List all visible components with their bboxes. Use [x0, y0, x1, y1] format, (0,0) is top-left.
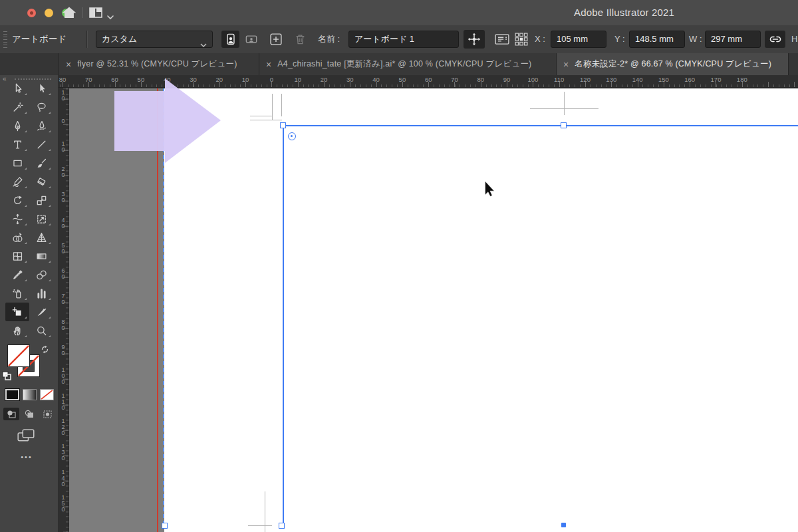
ruler-label: 170: [711, 76, 722, 83]
gradient-button[interactable]: [23, 389, 37, 400]
selection-handle[interactable]: [280, 122, 286, 128]
ruler-label: 2 0: [60, 166, 66, 178]
chevron-down-icon: [200, 37, 207, 42]
move-artwork-with-artboard-button[interactable]: [464, 30, 485, 49]
edit-toolbar-icon[interactable]: •••: [0, 453, 53, 461]
ruler-label: 140: [632, 76, 643, 83]
new-artboard-button[interactable]: [269, 32, 283, 47]
home-icon[interactable]: [61, 6, 77, 19]
paintbrush-tool[interactable]: [29, 154, 53, 172]
swap-fill-stroke-icon[interactable]: [41, 344, 49, 353]
rotate-tool[interactable]: [5, 191, 29, 209]
preset-dropdown[interactable]: カスタム: [96, 31, 213, 48]
anchor-point[interactable]: [561, 523, 566, 527]
direct-selection-tool[interactable]: [29, 79, 53, 98]
workspace-switcher-icon[interactable]: [89, 7, 102, 18]
selection-handle[interactable]: [561, 122, 567, 128]
vertical-ruler[interactable]: 1 001 02 03 04 05 06 07 08 09 01 0 01 1 …: [59, 88, 69, 532]
drawing-mode-buttons: [3, 408, 55, 420]
panel-grip[interactable]: [3, 31, 7, 48]
link-dimensions-icon[interactable]: [765, 31, 785, 48]
ruler-ticks: [63, 88, 68, 532]
h-label: H: [791, 25, 797, 53]
curvature-tool[interactable]: [29, 116, 53, 135]
ruler-label: 160: [684, 76, 695, 83]
selection-handle[interactable]: [279, 523, 285, 529]
x-position-value: 105 mm: [557, 34, 588, 44]
ruler-label: 4 0: [60, 217, 66, 229]
ruler-label: 100: [527, 76, 538, 83]
mesh-tool[interactable]: [5, 247, 29, 265]
line-segment-tool[interactable]: [29, 135, 53, 154]
artboard-options-bar: アートボード カスタム 名前 : アートボード 1 X : 105 mm Y :…: [0, 25, 798, 54]
ruler-label: 1 1 0: [60, 392, 66, 410]
tab-close-icon[interactable]: ×: [266, 60, 271, 69]
width-input[interactable]: 297 mm: [705, 31, 761, 48]
ruler-label: 0: [270, 76, 273, 83]
default-fill-stroke-icon[interactable]: [2, 371, 11, 380]
document-tab[interactable]: × A4_chirashi_tate [更新済み].ai* @ 100 % (C…: [259, 53, 557, 75]
shaper-tool[interactable]: [5, 172, 29, 191]
selection-edge-top[interactable]: [283, 125, 798, 126]
reference-point-grid-icon[interactable]: [515, 33, 528, 46]
ruler-label: 9 0: [60, 344, 66, 356]
delete-artboard-button[interactable]: [293, 32, 307, 47]
change-screen-mode-icon[interactable]: [17, 429, 35, 442]
symbol-sprayer-tool[interactable]: [5, 284, 29, 303]
zoom-tool[interactable]: [29, 321, 53, 340]
type-tool[interactable]: [5, 135, 29, 154]
scale-tool[interactable]: [29, 191, 53, 209]
selection-tool[interactable]: [5, 79, 29, 98]
color-button[interactable]: [5, 389, 19, 400]
document-tab-active[interactable]: × 名称未設定-2* @ 66.67 % (CMYK/CPU プレビュー): [557, 53, 789, 75]
blend-tool[interactable]: [29, 265, 53, 284]
magic-wand-tool[interactable]: [5, 98, 29, 116]
draw-normal-mode-button[interactable]: [3, 408, 19, 420]
ruler-label: 70: [85, 76, 92, 83]
rectangle-tool[interactable]: [5, 154, 29, 172]
close-window-button[interactable]: [27, 9, 36, 17]
selection-handle[interactable]: [162, 523, 168, 529]
document-tab-bar: × flyer @ 52.31 % (CMYK/CPU プレビュー) × A4_…: [0, 53, 798, 76]
portrait-orientation-button[interactable]: [221, 31, 239, 48]
fill-swatch-none[interactable]: [7, 344, 30, 367]
column-graph-tool[interactable]: [29, 284, 53, 303]
trim-mark: [530, 108, 598, 109]
draw-inside-mode-button[interactable]: [39, 408, 55, 420]
eyedropper-tool[interactable]: [5, 265, 29, 284]
lasso-tool[interactable]: [29, 98, 53, 116]
ruler-label: 5 0: [60, 243, 66, 255]
divider: [86, 31, 88, 48]
ruler-label: 30: [346, 76, 354, 83]
document-tab[interactable]: × flyer @ 52.31 % (CMYK/CPU プレビュー): [59, 53, 259, 75]
y-position-input[interactable]: 148.5 mm: [629, 31, 685, 48]
draw-behind-mode-button[interactable]: [21, 408, 37, 420]
tab-close-icon[interactable]: ×: [563, 60, 569, 69]
x-position-input[interactable]: 105 mm: [551, 31, 606, 48]
landscape-orientation-button[interactable]: [242, 31, 260, 48]
gradient-tool[interactable]: [29, 247, 53, 265]
pen-tool[interactable]: [5, 116, 29, 135]
artboard-tool[interactable]: [5, 303, 29, 321]
x-label: X :: [535, 25, 545, 53]
artboard-options-button[interactable]: [493, 32, 511, 47]
ruler-label: 130: [606, 76, 616, 83]
shape-builder-tool[interactable]: [5, 228, 29, 247]
selection-edge-left[interactable]: [283, 125, 284, 526]
fill-stroke-swatches: [7, 344, 47, 383]
eraser-tool[interactable]: [29, 172, 53, 191]
ruler-label: 80: [59, 76, 66, 83]
slice-tool[interactable]: [29, 303, 53, 321]
preset-value: カスタム: [102, 34, 137, 44]
hand-tool[interactable]: [5, 321, 29, 340]
minimize-window-button[interactable]: [45, 9, 53, 17]
width-tool[interactable]: [5, 209, 29, 228]
perspective-grid-tool[interactable]: [29, 228, 53, 247]
tab-close-icon[interactable]: ×: [66, 60, 71, 69]
app-title: Adobe Illustrator 2021: [574, 0, 674, 25]
free-transform-tool[interactable]: [29, 209, 53, 228]
none-button[interactable]: [40, 389, 54, 400]
artboard-name-input[interactable]: アートボード 1: [348, 31, 459, 48]
ruler-label: 10: [294, 76, 301, 83]
chevron-down-icon[interactable]: [107, 11, 114, 15]
